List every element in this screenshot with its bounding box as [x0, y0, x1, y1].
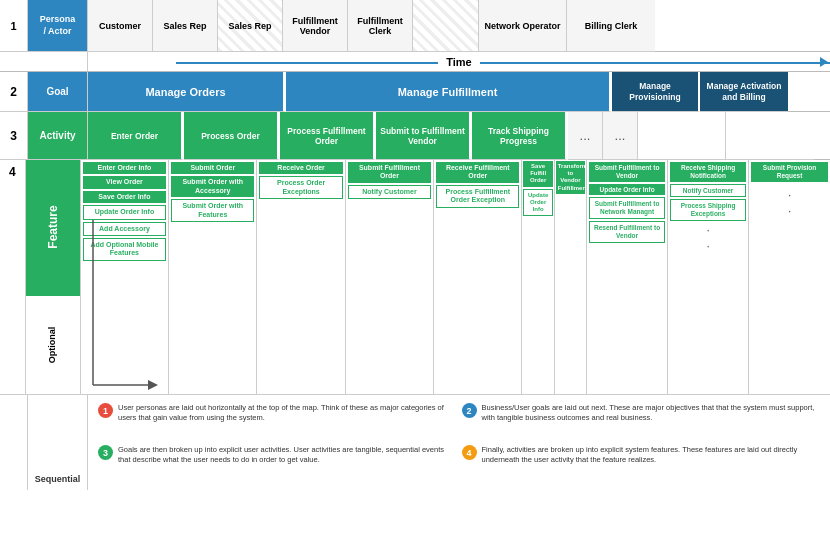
- page: 1 Persona / Actor Customer Sales Rep Sal…: [0, 0, 830, 543]
- persona-network-operator: Network Operator: [479, 0, 567, 52]
- feat-update-order-2: Update Order Info: [523, 189, 552, 217]
- feat-process-fulfillment-exception: Process Fulfillment Order Exception: [436, 185, 519, 208]
- feat-transform: Transform to Vendor Fulfillment: [556, 161, 585, 194]
- activity-row: 3 Activity Enter Order Process Order Pro…: [0, 112, 830, 160]
- time-label: Time: [438, 56, 479, 68]
- feat-add-accessory: Add Accessory: [83, 222, 166, 236]
- persona-customer: Customer: [88, 0, 153, 52]
- feat-submit-order-accessory: Submit Order with Accessory: [171, 176, 254, 197]
- feat-update-order-info: Update Order Info: [83, 205, 166, 219]
- feat-process-shipping-exceptions: Process Shipping Exceptions: [670, 199, 746, 221]
- persona-fulfillment-vendor: Fulfillment Vendor: [283, 0, 348, 52]
- legend-num-2: 2: [462, 403, 477, 418]
- persona-label: Persona / Actor: [28, 0, 88, 52]
- persona-salesrep1: Sales Rep: [153, 0, 218, 52]
- feat-update-order-3: Update Order Info: [589, 184, 665, 196]
- row-num-2: 2: [0, 72, 28, 112]
- optional-label: Optional: [48, 327, 58, 364]
- feat-resend: Resend Fulfillment to Vendor: [589, 221, 665, 243]
- activity-dots-1: ...: [568, 112, 603, 160]
- legend-3: 3 Goals are then broken up into explicit…: [98, 445, 457, 482]
- feat-submit-order: Submit Order: [171, 162, 254, 174]
- feat-enter-order-info: Enter Order Info: [83, 162, 166, 174]
- persona-fulfillment-clerk: Fulfillment Clerk: [348, 0, 413, 52]
- feat-view-order: View Order: [83, 176, 166, 188]
- legend-text-1: User personas are laid out horizontally …: [118, 403, 457, 423]
- legend-text-2: Business/User goals are laid out next. T…: [482, 403, 821, 423]
- persona-row: 1 Persona / Actor Customer Sales Rep Sal…: [0, 0, 830, 52]
- goal-label: Goal: [28, 72, 88, 112]
- persona-billing-clerk: Billing Clerk: [567, 0, 655, 52]
- feat-submit-network: Submit Fulfillment to Network Managnt: [589, 197, 665, 219]
- activity-enter-order: Enter Order: [88, 112, 184, 160]
- feat-save-fulfillment: Save Fulfill Order: [523, 161, 552, 187]
- feature-row: 4 Feature Optional Enter Order Info View…: [0, 160, 830, 395]
- legend-text-4: Finally, activities are broken up into e…: [482, 445, 821, 465]
- row-num-1: 1: [0, 0, 28, 52]
- feat-submit-fulfillment-order: Submit Fulfillment Order: [348, 162, 431, 183]
- activity-submit-fulfillment: Submit to Fulfillment Vendor: [376, 112, 472, 160]
- row-num-4: 4: [0, 160, 26, 395]
- legend-num-3: 3: [98, 445, 113, 460]
- activity-track-shipping: Track Shipping Progress: [472, 112, 568, 160]
- legend-num-1: 1: [98, 403, 113, 418]
- feat-submit-order-features: Submit Order with Features: [171, 199, 254, 222]
- feat-submit-fulfillment-vendor: Submit Fulfillment to Vendor: [589, 162, 665, 182]
- feat-process-order-exceptions: Process Order Exceptions: [259, 176, 342, 199]
- goal-manage-fulfillment: Manage Fulfillment: [286, 72, 612, 112]
- bottom-section: Sequential 1 User personas are laid out …: [0, 395, 830, 490]
- activity-process-fulfillment: Process Fulfillment Order: [280, 112, 376, 160]
- feat-notify-customer-2: Notify Customer: [670, 184, 746, 198]
- feat-add-optional-mobile: Add Optional Mobile Features: [83, 238, 166, 261]
- feat-notify-customer-1: Notify Customer: [348, 185, 431, 199]
- feat-submit-provision: Submit Provision Request: [751, 162, 828, 182]
- feat-receive-fulfillment-order: Receive Fulfillment Order: [436, 162, 519, 183]
- goal-manage-billing: Manage Activation and Billing: [700, 72, 788, 112]
- activity-dots-2: ...: [603, 112, 638, 160]
- sequential-label: Sequential: [35, 474, 81, 484]
- goal-manage-orders: Manage Orders: [88, 72, 286, 112]
- time-row: Time: [0, 52, 830, 72]
- legend-4: 4 Finally, activities are broken up into…: [462, 445, 821, 482]
- goal-row: 2 Goal Manage Orders Manage Fulfillment …: [0, 72, 830, 112]
- feat-receive-order: Receive Order: [259, 162, 342, 174]
- feat-receive-shipping: Receive Shipping Notification: [670, 162, 746, 182]
- legend-2: 2 Business/User goals are laid out next.…: [462, 403, 821, 440]
- goal-manage-provisioning: Manage Provisioning: [612, 72, 700, 112]
- feature-label: Feature: [46, 205, 60, 248]
- feat-save-order-info: Save Order Info: [83, 191, 166, 203]
- activity-label: Activity: [28, 112, 88, 160]
- persona-empty: [413, 0, 479, 52]
- row-num-3: 3: [0, 112, 28, 160]
- legend-1: 1 User personas are laid out horizontall…: [98, 403, 457, 440]
- legend-text-3: Goals are then broken up into explicit u…: [118, 445, 457, 465]
- persona-salesrep2: Sales Rep: [218, 0, 283, 52]
- legend-num-4: 4: [462, 445, 477, 460]
- activity-process-order: Process Order: [184, 112, 280, 160]
